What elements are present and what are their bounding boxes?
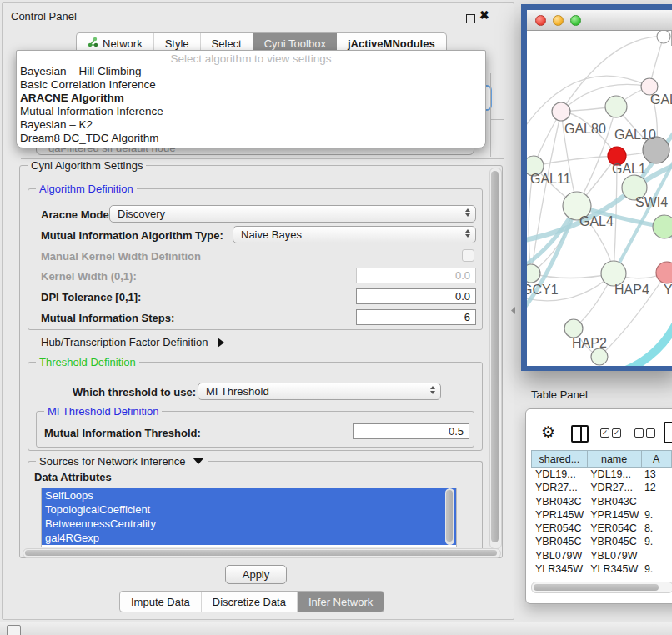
close-traffic-light-icon[interactable] <box>535 15 546 26</box>
table-row[interactable]: YDL19...YDL19...13 <box>531 468 672 481</box>
column-header[interactable]: name <box>588 451 642 467</box>
tab-infer-network[interactable]: Infer Network <box>298 592 384 612</box>
table-cell: 12 <box>640 481 672 494</box>
settings-vscrollbar[interactable] <box>489 168 502 549</box>
dropdown-item[interactable]: Bayesian – Hill Climbing <box>17 65 485 78</box>
checked-pair-icon[interactable]: ✓✓ <box>600 428 621 438</box>
list-item[interactable]: SelfLoops <box>42 488 456 502</box>
network-window-titlebar[interactable] <box>527 10 672 31</box>
table-cell: YLR345W <box>586 562 640 576</box>
table-cell: YLR345W <box>531 562 586 576</box>
table-hscrollbar-thumb[interactable] <box>534 584 659 591</box>
table-row[interactable]: YIL052CYIL052C9 <box>531 576 672 578</box>
table-row[interactable]: YDR27...YDR27...12 <box>531 481 672 494</box>
list-item[interactable]: BetweennessCentrality <box>42 517 456 531</box>
network-svg: GALGAL80GAL10GAL1GAL11SWI4GAL4GCY1HAP4YH… <box>527 31 672 366</box>
which-threshold-combobox[interactable]: MI Threshold <box>198 382 441 400</box>
network-edge[interactable] <box>614 318 672 366</box>
tab-impute-data[interactable]: Impute Data <box>120 592 202 612</box>
table-icon[interactable] <box>664 422 672 443</box>
list-vscrollbar[interactable] <box>445 488 454 545</box>
table-cell: YBR043C <box>531 495 586 508</box>
network-node[interactable] <box>591 348 608 365</box>
bottom-left-widget-icon[interactable] <box>7 625 21 635</box>
list-item[interactable]: TopologicalCoefficient <box>42 502 456 517</box>
hub-definition-toggle[interactable]: Hub/Transcription Factor Definition <box>41 336 224 348</box>
table-row[interactable]: YLR345WYLR345W9. <box>531 562 672 576</box>
close-icon[interactable]: ✖ <box>479 8 489 22</box>
settings-hscrollbar[interactable] <box>23 548 501 558</box>
network-node[interactable] <box>656 262 672 283</box>
table-cell: YDL19... <box>531 468 586 481</box>
group-title: Sources for Network Inference <box>36 455 208 468</box>
network-node[interactable] <box>653 215 672 238</box>
dropdown-item[interactable]: Basic Correlation Inference <box>17 78 485 92</box>
table-cell: 13 <box>640 468 672 481</box>
data-attributes-label: Data Attributes <box>34 471 112 483</box>
mi-steps-label: Mutual Information Steps: <box>41 312 174 324</box>
manual-kernel-checkbox[interactable] <box>462 249 474 262</box>
dropdown-item[interactable]: Dream8 DC_TDC Algorithm <box>17 132 485 145</box>
table-panel-title: Table Panel <box>519 384 672 405</box>
gear-icon[interactable]: ⚙ <box>541 422 555 442</box>
group-title: Threshold Definition <box>36 356 139 368</box>
table-cell: 9. <box>640 508 672 522</box>
dpi-tolerance-field[interactable]: 0.0 <box>356 288 476 304</box>
settings-vscrollbar-thumb[interactable] <box>491 171 499 542</box>
table-row[interactable]: YBR043CYBR043C <box>531 495 672 508</box>
dropdown-item[interactable]: Bayesian – K2 <box>17 118 485 132</box>
screenshot-root: Control Panel ✖ Network Style <box>0 0 672 635</box>
network-node[interactable] <box>605 96 627 118</box>
mi-steps-field[interactable]: 6 <box>356 309 476 325</box>
list-vscrollbar-thumb[interactable] <box>446 490 453 542</box>
algorithm-dropdown-popup: Select algorithm to view settings Bayesi… <box>16 50 486 148</box>
table-cell: YDR27... <box>586 481 640 494</box>
column-header[interactable]: A <box>642 451 671 467</box>
aracne-mode-combobox[interactable]: Discovery <box>109 205 476 222</box>
table-cell: YIL052C <box>531 576 586 578</box>
network-node[interactable] <box>552 102 570 121</box>
table-cell: YDR27... <box>531 481 586 494</box>
dropdown-item[interactable]: Mutual Information Inference <box>17 105 485 118</box>
table-row[interactable]: YPR145WYPR145W9. <box>531 508 672 522</box>
table-cell <box>640 549 672 562</box>
mi-type-combobox[interactable]: Naive Bayes <box>233 226 476 243</box>
network-icon <box>88 37 98 50</box>
group-title: MI Threshold Definition <box>44 405 162 418</box>
network-edge[interactable] <box>534 156 617 166</box>
table-body: YDL19...YDL19...13YDR27...YDR27...12YBR0… <box>531 468 672 578</box>
expanded-arrow-icon[interactable] <box>193 458 204 464</box>
minimize-traffic-light-icon[interactable] <box>553 15 564 26</box>
settings-hscrollbar-thumb[interactable] <box>25 550 497 556</box>
column-layout-icon[interactable] <box>571 425 589 442</box>
table-row[interactable]: YER054CYER054C8. <box>531 522 672 535</box>
unchecked-pair-icon[interactable] <box>634 428 655 438</box>
table-row[interactable]: YBR045CYBR045C9. <box>531 535 672 548</box>
dropdown-item-highlighted[interactable]: ARACNE Algorithm <box>17 92 485 105</box>
network-view-window: GALGAL80GAL10GAL1GAL11SWI4GAL4GCY1HAP4YH… <box>521 4 672 371</box>
network-node[interactable] <box>527 264 540 282</box>
table-cell: YPR145W <box>586 508 640 522</box>
kernel-width-field[interactable]: 0.0 <box>356 268 476 283</box>
tab-discretize-data[interactable]: Discretize Data <box>202 592 298 612</box>
network-node[interactable] <box>657 31 670 43</box>
column-header[interactable]: shared... <box>532 451 588 467</box>
kernel-width-label: Kernel Width (0,1): <box>41 270 137 282</box>
network-canvas[interactable]: GALGAL80GAL10GAL1GAL11SWI4GAL4GCY1HAP4YH… <box>527 31 672 366</box>
table-cell: YER054C <box>531 522 586 535</box>
apply-button[interactable]: Apply <box>225 565 287 584</box>
table-cell: YER054C <box>586 522 640 535</box>
aracne-mode-label: Aracne Mode: <box>41 208 113 221</box>
network-node[interactable] <box>564 319 583 338</box>
table-row[interactable]: YBL079WYBL079W <box>531 549 672 562</box>
list-item[interactable]: gal4RGexp <box>42 531 456 545</box>
table-cell: 9. <box>640 535 672 548</box>
spinner-arrows-icon <box>430 386 435 394</box>
zoom-traffic-light-icon[interactable] <box>570 15 581 26</box>
bottom-status-strip <box>0 622 672 635</box>
collapsed-arrow-icon <box>218 338 224 348</box>
table-hscrollbar[interactable] <box>531 582 672 593</box>
float-window-icon[interactable] <box>466 14 475 23</box>
mi-threshold-field[interactable]: 0.5 <box>353 423 469 439</box>
table-cell: 9. <box>640 562 672 576</box>
